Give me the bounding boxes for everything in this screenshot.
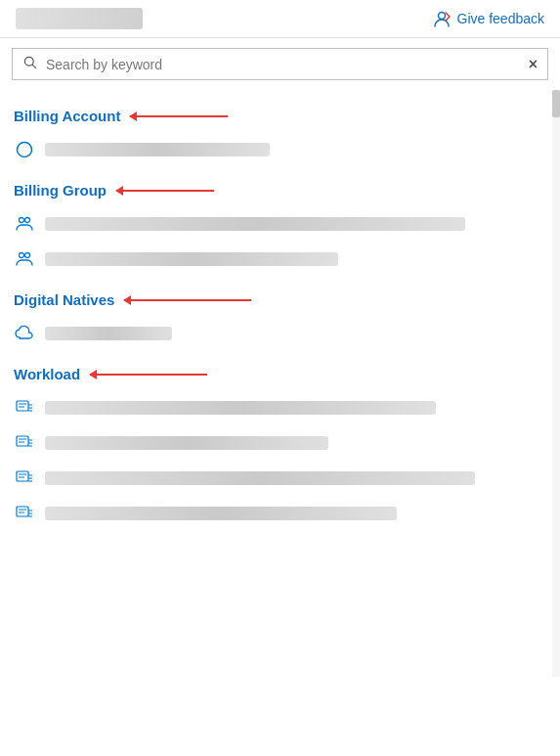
give-feedback-label: Give feedback: [457, 11, 545, 26]
billing-group-item-1[interactable]: [12, 206, 560, 242]
arrow-line-4: [90, 374, 207, 376]
workload-bar-3: [45, 471, 475, 485]
cloud-icon: [14, 323, 35, 344]
svg-rect-7: [17, 401, 28, 411]
workload-icon-2: [14, 432, 35, 454]
give-feedback-button[interactable]: Give feedback: [217, 9, 545, 28]
svg-point-2: [18, 143, 32, 157]
feedback-icon: [432, 9, 452, 28]
workload-icon-3: [14, 467, 35, 489]
workload-bar-2: [45, 436, 328, 450]
search-icon: [22, 55, 38, 73]
group-icon-1: [14, 213, 35, 235]
billing-group-bar-1: [45, 217, 465, 231]
header: Give feedback: [0, 0, 560, 38]
workload-item-3[interactable]: [12, 461, 560, 496]
arrow-head-2: [115, 186, 123, 196]
digital-natives-item-1[interactable]: [12, 316, 560, 351]
workload-title: Workload: [14, 366, 80, 382]
billing-group-header: Billing Group: [12, 172, 560, 206]
arrow-head-4: [89, 370, 97, 379]
search-clear-button[interactable]: ×: [529, 56, 538, 73]
billing-group-bar-2: [45, 252, 338, 266]
circle-icon: [14, 139, 35, 160]
workload-bar-1: [45, 401, 436, 415]
svg-rect-25: [17, 507, 28, 516]
billing-account-title: Billing Account: [14, 108, 120, 124]
svg-point-5: [20, 253, 24, 258]
content-area: Billing Account Billing Group: [0, 90, 560, 539]
workload-icon-4: [14, 503, 35, 524]
billing-group-section: Billing Group: [12, 172, 560, 277]
svg-point-6: [25, 253, 30, 258]
digital-natives-arrow: [124, 299, 251, 301]
digital-natives-title: Digital Natives: [14, 291, 114, 308]
digital-natives-bar: [45, 327, 172, 340]
arrow-line-2: [116, 190, 214, 192]
arrow-head-3: [123, 295, 131, 305]
avatar-placeholder: [16, 8, 143, 29]
workload-item-1[interactable]: [12, 390, 560, 425]
billing-account-arrow: [130, 115, 228, 117]
billing-group-arrow: [116, 190, 214, 192]
workload-section: Workload: [12, 356, 560, 531]
svg-point-0: [438, 13, 445, 20]
billing-group-item-2[interactable]: [12, 242, 560, 277]
billing-account-item-1[interactable]: [12, 132, 560, 167]
group-icon-2: [14, 248, 35, 270]
workload-arrow: [90, 374, 207, 376]
digital-natives-header: Digital Natives: [12, 282, 560, 316]
workload-bar-4: [45, 507, 397, 520]
workload-header: Workload: [12, 356, 560, 390]
billing-account-header: Billing Account: [12, 98, 560, 132]
arrow-line: [130, 115, 228, 117]
svg-point-3: [20, 218, 24, 223]
billing-account-section: Billing Account: [12, 98, 560, 167]
svg-point-1: [24, 57, 33, 66]
workload-icon-1: [14, 397, 35, 419]
svg-point-4: [25, 218, 30, 223]
billing-group-title: Billing Group: [14, 182, 107, 199]
workload-item-2[interactable]: [12, 425, 560, 461]
billing-account-bar: [45, 143, 270, 156]
workload-item-4[interactable]: [12, 496, 560, 531]
svg-rect-13: [17, 436, 28, 446]
svg-rect-19: [17, 471, 28, 481]
digital-natives-section: Digital Natives: [12, 282, 560, 351]
arrow-head: [129, 111, 137, 121]
arrow-line-3: [124, 299, 251, 301]
search-input[interactable]: [46, 57, 529, 72]
search-bar: ×: [12, 48, 548, 80]
